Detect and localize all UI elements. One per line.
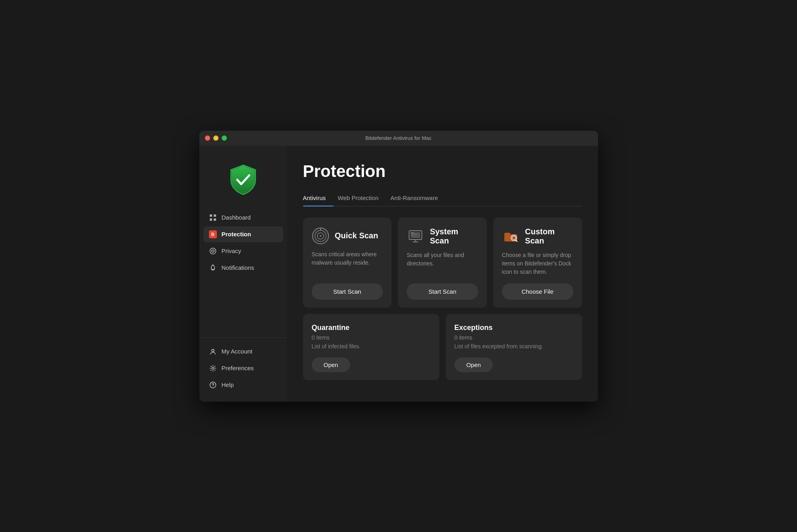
preferences-icon xyxy=(209,364,217,372)
sidebar-label-notifications: Notifications xyxy=(222,264,254,271)
sidebar-label-preferences: Preferences xyxy=(222,365,254,371)
exceptions-count: 0 items xyxy=(455,334,573,341)
svg-rect-19 xyxy=(411,234,417,234)
system-scan-title: System Scan xyxy=(430,227,478,245)
system-scan-card: System Scan Scans all your files and dir… xyxy=(398,218,487,308)
protection-icon: B xyxy=(209,230,217,238)
exceptions-title: Exceptions xyxy=(455,324,573,332)
custom-scan-button[interactable]: Choose File xyxy=(502,283,573,300)
sidebar-item-help[interactable]: Help xyxy=(203,377,283,393)
bd-badge: B xyxy=(209,230,217,238)
scan-cards: Quick Scan Scans critical areas where ma… xyxy=(303,218,582,308)
quick-scan-icon xyxy=(312,227,329,245)
quick-scan-desc: Scans critical areas where malware usual… xyxy=(312,250,383,276)
sidebar-item-privacy[interactable]: Privacy xyxy=(203,243,283,259)
shield-icon xyxy=(225,162,261,198)
sidebar-label-dashboard: Dashboard xyxy=(222,214,251,221)
page-title: Protection xyxy=(303,162,582,181)
traffic-lights xyxy=(205,135,227,141)
quick-scan-card: Quick Scan Scans critical areas where ma… xyxy=(303,218,392,308)
custom-scan-desc: Choose a file or simply drop items on Bi… xyxy=(502,251,573,276)
sidebar-item-protection[interactable]: B Protection xyxy=(203,226,283,242)
exceptions-open-button[interactable]: Open xyxy=(455,357,493,372)
quick-scan-header: Quick Scan xyxy=(312,227,383,245)
svg-rect-1 xyxy=(214,214,216,217)
sidebar-item-my-account[interactable]: My Account xyxy=(203,344,283,359)
sidebar-label-protection: Protection xyxy=(222,231,251,238)
sidebar-item-notifications[interactable]: Notifications xyxy=(203,260,283,276)
custom-scan-icon xyxy=(502,228,520,245)
svg-point-7 xyxy=(212,349,214,351)
sidebar-bottom: My Account Preferences xyxy=(199,338,287,394)
tab-anti-ransomware[interactable]: Anti-Ransomware xyxy=(390,190,446,206)
svg-rect-2 xyxy=(210,218,212,221)
svg-point-10 xyxy=(213,386,213,386)
svg-point-5 xyxy=(212,250,214,252)
custom-scan-title: Custom Scan xyxy=(525,227,573,245)
exceptions-card: Exceptions 0 items List of files excepte… xyxy=(446,314,582,380)
system-scan-desc: Scans all your files and directories. xyxy=(407,251,478,276)
exceptions-desc: List of files excepted from scanning. xyxy=(455,343,573,349)
bottom-cards: Quarantine 0 items List of infected file… xyxy=(303,314,582,380)
titlebar: Bitdefender Antivirus for Mac xyxy=(199,131,598,146)
svg-rect-3 xyxy=(214,218,216,221)
tabs: Antivirus Web Protection Anti-Ransomware xyxy=(303,190,582,206)
sidebar: Dashboard B Protection xyxy=(199,146,287,402)
account-icon xyxy=(209,347,217,355)
svg-rect-18 xyxy=(411,232,414,233)
system-scan-button[interactable]: Start Scan xyxy=(407,283,478,300)
system-scan-icon xyxy=(407,228,424,245)
tab-web-protection[interactable]: Web Protection xyxy=(338,190,386,206)
help-icon xyxy=(209,381,217,389)
privacy-icon xyxy=(209,247,217,255)
svg-point-14 xyxy=(320,235,321,237)
svg-rect-20 xyxy=(411,235,415,236)
svg-point-8 xyxy=(212,367,214,369)
sidebar-item-dashboard[interactable]: Dashboard xyxy=(203,210,283,226)
sidebar-label-my-account: My Account xyxy=(222,348,253,355)
sidebar-item-preferences[interactable]: Preferences xyxy=(203,360,283,376)
sidebar-logo xyxy=(199,154,287,210)
tab-antivirus[interactable]: Antivirus xyxy=(303,190,334,206)
notifications-icon xyxy=(209,264,217,272)
quick-scan-button[interactable]: Start Scan xyxy=(312,283,383,300)
custom-scan-header: Custom Scan xyxy=(502,227,573,245)
sidebar-label-help: Help xyxy=(222,381,234,388)
minimize-button[interactable] xyxy=(213,135,218,141)
quarantine-count: 0 items xyxy=(312,334,431,341)
close-button[interactable] xyxy=(205,135,210,141)
svg-rect-0 xyxy=(210,214,212,217)
quarantine-desc: List of infected files. xyxy=(312,343,431,349)
maximize-button[interactable] xyxy=(222,135,227,141)
sidebar-nav: Dashboard B Protection xyxy=(199,210,287,334)
sidebar-label-privacy: Privacy xyxy=(222,247,241,254)
quick-scan-title: Quick Scan xyxy=(335,231,378,240)
quarantine-title: Quarantine xyxy=(312,324,431,332)
app-content: Dashboard B Protection xyxy=(199,146,598,402)
main-content: Protection Antivirus Web Protection Anti… xyxy=(287,146,598,402)
quarantine-open-button[interactable]: Open xyxy=(312,357,350,372)
custom-scan-card: Custom Scan Choose a file or simply drop… xyxy=(493,218,582,308)
window-title: Bitdefender Antivirus for Mac xyxy=(365,135,431,141)
dashboard-icon xyxy=(209,214,217,222)
svg-point-4 xyxy=(210,248,216,254)
system-scan-header: System Scan xyxy=(407,227,478,245)
app-window: Bitdefender Antivirus for Mac xyxy=(199,131,598,402)
quarantine-card: Quarantine 0 items List of infected file… xyxy=(303,314,439,380)
